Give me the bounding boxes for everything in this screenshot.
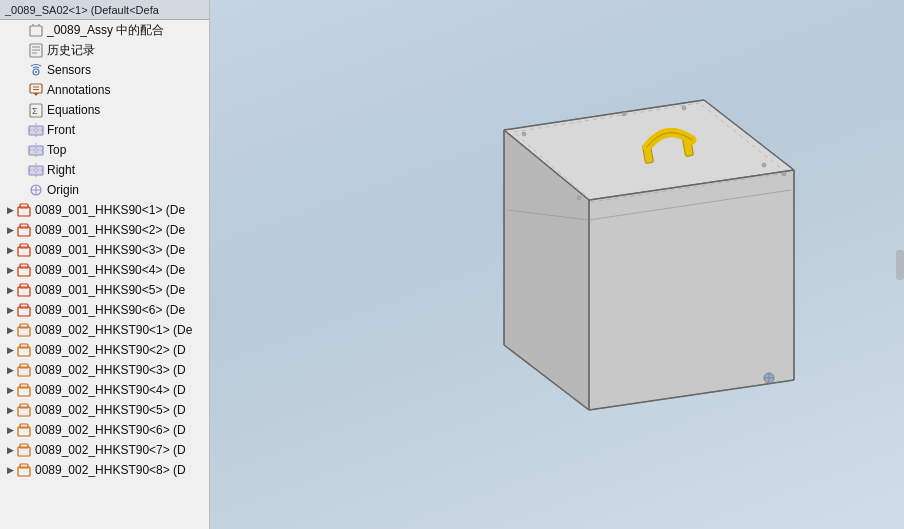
expand-arrow[interactable]: ▶ bbox=[4, 345, 16, 355]
expand-arrow[interactable]: ▶ bbox=[4, 245, 16, 255]
feature-tree[interactable]: _0089_SA02<1> (Default<Defa _0089_Assy 中… bbox=[0, 0, 210, 529]
history-icon bbox=[28, 42, 44, 58]
tree-item-label: 0089_001_HHKS90<2> (De bbox=[35, 223, 185, 237]
tree-items-container: _0089_Assy 中的配合历史记录SensorsAnnotationsΣEq… bbox=[0, 20, 209, 480]
tree-item-label: 0089_002_HHKST90<6> (D bbox=[35, 423, 186, 437]
tree-item-label: 0089_002_HHKST90<8> (D bbox=[35, 463, 186, 477]
sensor-icon bbox=[28, 62, 44, 78]
tree-item-label: 0089_002_HHKST90<5> (D bbox=[35, 403, 186, 417]
tree-item-sensors[interactable]: Sensors bbox=[0, 60, 209, 80]
tree-item-part9[interactable]: ▶0089_002_HHKST90<3> (D bbox=[0, 360, 209, 380]
tree-item-label: Right bbox=[47, 163, 75, 177]
expand-arrow[interactable]: ▶ bbox=[4, 405, 16, 415]
expand-arrow[interactable]: ▶ bbox=[4, 465, 16, 475]
tree-item-part7[interactable]: ▶0089_002_HHKST90<1> (De bbox=[0, 320, 209, 340]
svg-point-78 bbox=[522, 132, 526, 136]
tree-item-label: 0089_002_HHKST90<7> (D bbox=[35, 443, 186, 457]
svg-point-80 bbox=[682, 106, 686, 110]
expand-arrow[interactable]: ▶ bbox=[4, 385, 16, 395]
tree-item-label: Front bbox=[47, 123, 75, 137]
tree-item-part6[interactable]: ▶0089_001_HHKS90<6> (De bbox=[0, 300, 209, 320]
plane-icon bbox=[28, 162, 44, 178]
tree-item-part2[interactable]: ▶0089_001_HHKS90<2> (De bbox=[0, 220, 209, 240]
part-red-icon bbox=[16, 262, 32, 278]
tree-item-part11[interactable]: ▶0089_002_HHKST90<5> (D bbox=[0, 400, 209, 420]
tree-item-label: 0089_001_HHKS90<1> (De bbox=[35, 203, 185, 217]
part-orange-icon bbox=[16, 462, 32, 478]
plane-icon bbox=[28, 122, 44, 138]
expand-arrow[interactable]: ▶ bbox=[4, 225, 16, 235]
part-red-icon bbox=[16, 302, 32, 318]
part-red-icon bbox=[16, 202, 32, 218]
part-red-icon bbox=[16, 282, 32, 298]
part-orange-icon bbox=[16, 422, 32, 438]
tree-item-label: 0089_002_HHKST90<1> (De bbox=[35, 323, 192, 337]
svg-point-83 bbox=[782, 172, 786, 176]
tree-item-part5[interactable]: ▶0089_001_HHKS90<5> (De bbox=[0, 280, 209, 300]
tree-item-label: Annotations bbox=[47, 83, 110, 97]
part-orange-icon bbox=[16, 322, 32, 338]
expand-arrow[interactable]: ▶ bbox=[4, 365, 16, 375]
part-orange-icon bbox=[16, 442, 32, 458]
tree-item-top[interactable]: Top bbox=[0, 140, 209, 160]
3d-viewport[interactable] bbox=[210, 0, 904, 529]
tree-item-front[interactable]: Front bbox=[0, 120, 209, 140]
part-red-icon bbox=[16, 222, 32, 238]
tree-item-label: 0089_001_HHKS90<3> (De bbox=[35, 243, 185, 257]
tree-item-label: 0089_002_HHKST90<3> (D bbox=[35, 363, 186, 377]
svg-rect-9 bbox=[30, 84, 42, 93]
expand-arrow[interactable]: ▶ bbox=[4, 205, 16, 215]
expand-arrow[interactable]: ▶ bbox=[4, 285, 16, 295]
tree-item-label: 历史记录 bbox=[47, 42, 95, 59]
expand-arrow[interactable]: ▶ bbox=[4, 445, 16, 455]
svg-point-82 bbox=[577, 196, 581, 200]
tree-item-label: Origin bbox=[47, 183, 79, 197]
svg-point-79 bbox=[622, 112, 626, 116]
tree-item-label: 0089_001_HHKS90<6> (De bbox=[35, 303, 185, 317]
svg-text:Σ: Σ bbox=[32, 106, 38, 116]
expand-arrow[interactable]: ▶ bbox=[4, 325, 16, 335]
tree-item-label: 0089_002_HHKST90<4> (D bbox=[35, 383, 186, 397]
tree-item-history[interactable]: 历史记录 bbox=[0, 40, 209, 60]
expand-arrow[interactable]: ▶ bbox=[4, 305, 16, 315]
tree-item-part1[interactable]: ▶0089_001_HHKS90<1> (De bbox=[0, 200, 209, 220]
tree-item-part10[interactable]: ▶0089_002_HHKST90<4> (D bbox=[0, 380, 209, 400]
cad-model-svg bbox=[424, 50, 844, 450]
3d-model bbox=[424, 50, 844, 450]
tree-item-label: Equations bbox=[47, 103, 100, 117]
tree-item-assy-config[interactable]: _0089_Assy 中的配合 bbox=[0, 20, 209, 40]
tree-item-part12[interactable]: ▶0089_002_HHKST90<6> (D bbox=[0, 420, 209, 440]
assy-icon bbox=[28, 22, 44, 38]
tree-item-part14[interactable]: ▶0089_002_HHKST90<8> (D bbox=[0, 460, 209, 480]
tree-header: _0089_SA02<1> (Default<Defa bbox=[0, 0, 209, 20]
plane-icon bbox=[28, 142, 44, 158]
part-red-icon bbox=[16, 242, 32, 258]
svg-marker-57 bbox=[589, 170, 794, 410]
tree-item-part13[interactable]: ▶0089_002_HHKST90<7> (D bbox=[0, 440, 209, 460]
tree-item-right[interactable]: Right bbox=[0, 160, 209, 180]
part-orange-icon bbox=[16, 342, 32, 358]
tree-item-label: 0089_002_HHKST90<2> (D bbox=[35, 343, 186, 357]
svg-point-8 bbox=[35, 71, 37, 73]
svg-point-81 bbox=[762, 163, 766, 167]
tree-item-annotations[interactable]: Annotations bbox=[0, 80, 209, 100]
tree-title: _0089_SA02<1> (Default<Defa bbox=[5, 4, 159, 16]
expand-arrow[interactable]: ▶ bbox=[4, 265, 16, 275]
svg-marker-10 bbox=[33, 93, 39, 96]
tree-item-part4[interactable]: ▶0089_001_HHKS90<4> (De bbox=[0, 260, 209, 280]
tree-item-label: Sensors bbox=[47, 63, 91, 77]
origin-icon bbox=[28, 182, 44, 198]
tree-item-label: 0089_001_HHKS90<4> (De bbox=[35, 263, 185, 277]
tree-item-label: _0089_Assy 中的配合 bbox=[47, 22, 164, 39]
resize-handle[interactable] bbox=[896, 250, 904, 280]
part-orange-icon bbox=[16, 402, 32, 418]
expand-arrow[interactable]: ▶ bbox=[4, 425, 16, 435]
part-orange-icon bbox=[16, 362, 32, 378]
tree-item-label: 0089_001_HHKS90<5> (De bbox=[35, 283, 185, 297]
tree-item-part3[interactable]: ▶0089_001_HHKS90<3> (De bbox=[0, 240, 209, 260]
tree-item-origin[interactable]: Origin bbox=[0, 180, 209, 200]
annotation-icon bbox=[28, 82, 44, 98]
svg-rect-0 bbox=[30, 26, 42, 36]
tree-item-part8[interactable]: ▶0089_002_HHKST90<2> (D bbox=[0, 340, 209, 360]
tree-item-equations[interactable]: ΣEquations bbox=[0, 100, 209, 120]
